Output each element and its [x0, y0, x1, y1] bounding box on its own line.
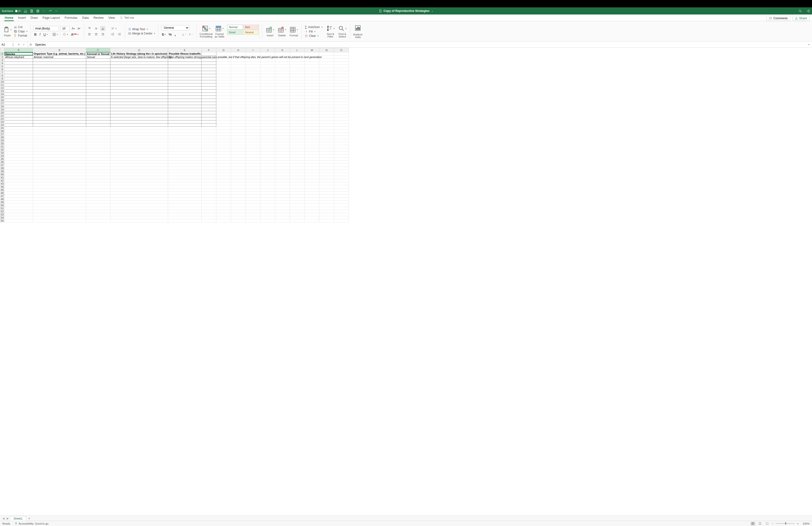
- cell[interactable]: [334, 136, 349, 139]
- cell[interactable]: [4, 176, 33, 179]
- cell[interactable]: [4, 93, 33, 96]
- row-header[interactable]: 13: [0, 89, 4, 93]
- cell[interactable]: [110, 145, 168, 148]
- cell[interactable]: [305, 167, 319, 170]
- cell[interactable]: [319, 136, 334, 139]
- cell[interactable]: [260, 188, 275, 191]
- cell[interactable]: [4, 200, 33, 203]
- cell[interactable]: [168, 210, 202, 213]
- cell[interactable]: [275, 136, 290, 139]
- cell[interactable]: [246, 77, 260, 80]
- cell[interactable]: [202, 132, 216, 136]
- cell[interactable]: [334, 132, 349, 136]
- cell[interactable]: [290, 77, 305, 80]
- cell[interactable]: [246, 93, 260, 96]
- cell[interactable]: [260, 182, 275, 185]
- cell[interactable]: [202, 86, 216, 89]
- cell[interactable]: [110, 154, 168, 157]
- cell[interactable]: [33, 114, 86, 117]
- cell[interactable]: [275, 139, 290, 142]
- row-header[interactable]: 23: [0, 120, 4, 123]
- column-header[interactable]: D: [110, 48, 168, 52]
- cell[interactable]: [168, 182, 202, 185]
- cell[interactable]: [216, 197, 231, 200]
- cell[interactable]: [275, 164, 290, 167]
- cell[interactable]: [86, 197, 110, 200]
- cell[interactable]: [33, 120, 86, 123]
- cell[interactable]: [275, 191, 290, 194]
- cell[interactable]: [216, 99, 231, 102]
- column-header[interactable]: C: [86, 48, 110, 52]
- cell[interactable]: [319, 108, 334, 111]
- cell[interactable]: [110, 203, 168, 207]
- cell[interactable]: [305, 148, 319, 151]
- cell[interactable]: [4, 197, 33, 200]
- cell[interactable]: [216, 96, 231, 99]
- row-header[interactable]: 17: [0, 102, 4, 105]
- cell[interactable]: [246, 194, 260, 197]
- cell[interactable]: [110, 120, 168, 123]
- cell[interactable]: [110, 93, 168, 96]
- cell[interactable]: [86, 58, 110, 61]
- cell[interactable]: [216, 213, 231, 216]
- tab-formulas[interactable]: Formulas: [62, 15, 80, 21]
- cell[interactable]: [4, 136, 33, 139]
- cell[interactable]: [290, 179, 305, 182]
- cell[interactable]: [216, 160, 231, 164]
- cell[interactable]: [231, 154, 246, 157]
- cell[interactable]: [86, 65, 110, 68]
- zoom-level[interactable]: 100%: [801, 522, 810, 525]
- cell[interactable]: [216, 207, 231, 210]
- cell[interactable]: [305, 157, 319, 160]
- search-icon[interactable]: [798, 9, 802, 13]
- row-header[interactable]: 38: [0, 167, 4, 170]
- cell[interactable]: [110, 126, 168, 129]
- cell[interactable]: [275, 99, 290, 102]
- cell[interactable]: [86, 176, 110, 179]
- cell[interactable]: [246, 83, 260, 86]
- cell[interactable]: [275, 219, 290, 222]
- cell[interactable]: [231, 68, 246, 71]
- row-header[interactable]: 9: [0, 77, 4, 80]
- cell[interactable]: [202, 207, 216, 210]
- cell[interactable]: [275, 151, 290, 154]
- cell[interactable]: [260, 102, 275, 105]
- cell[interactable]: [86, 108, 110, 111]
- cell[interactable]: [334, 207, 349, 210]
- cell[interactable]: [216, 86, 231, 89]
- cell[interactable]: [231, 58, 246, 61]
- cell[interactable]: [86, 148, 110, 151]
- increase-decimal-icon[interactable]: .0.00: [182, 32, 187, 37]
- cell[interactable]: [33, 203, 86, 207]
- cell[interactable]: [334, 145, 349, 148]
- cell[interactable]: [275, 210, 290, 213]
- cell[interactable]: [319, 52, 334, 56]
- cell[interactable]: [334, 89, 349, 93]
- cell[interactable]: [86, 83, 110, 86]
- cell[interactable]: [305, 132, 319, 136]
- cell[interactable]: [202, 61, 216, 65]
- cell[interactable]: [305, 83, 319, 86]
- cell[interactable]: [260, 173, 275, 176]
- cell[interactable]: [33, 123, 86, 126]
- cell[interactable]: [290, 194, 305, 197]
- cell[interactable]: [110, 111, 168, 114]
- cell[interactable]: [231, 173, 246, 176]
- cell[interactable]: [168, 99, 202, 102]
- cell[interactable]: [290, 126, 305, 129]
- decrease-indent-icon[interactable]: [110, 32, 115, 37]
- cell[interactable]: [4, 80, 33, 83]
- cell[interactable]: [334, 93, 349, 96]
- cell[interactable]: [168, 120, 202, 123]
- cell[interactable]: [110, 68, 168, 71]
- cell[interactable]: [260, 77, 275, 80]
- cell[interactable]: [246, 52, 260, 56]
- cell[interactable]: [305, 105, 319, 108]
- cell[interactable]: [33, 213, 86, 216]
- row-header[interactable]: 22: [0, 117, 4, 120]
- row-header[interactable]: 20: [0, 111, 4, 114]
- row-header[interactable]: 48: [0, 197, 4, 200]
- cell[interactable]: [231, 164, 246, 167]
- cell[interactable]: [246, 179, 260, 182]
- row-header[interactable]: 3: [0, 58, 4, 61]
